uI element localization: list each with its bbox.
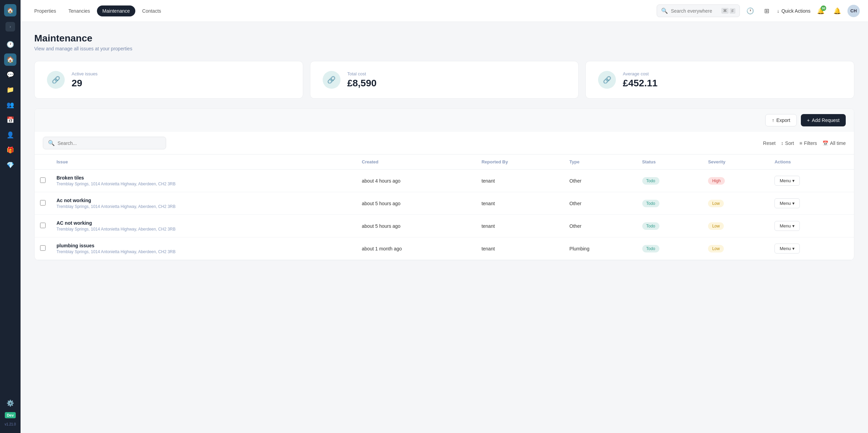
stat-value-active: 29 [72, 78, 98, 89]
global-search[interactable]: 🔍 ⌘ F [657, 4, 740, 17]
row-checkbox[interactable] [40, 223, 46, 228]
export-button[interactable]: ↑ Export [765, 114, 796, 126]
table-search-icon: 🔍 [48, 140, 55, 146]
issue-address: Tremblay Springs, 1014 Antonietta Highwa… [57, 227, 351, 232]
sidebar-logo[interactable]: 🏠 [4, 4, 16, 16]
filters-button[interactable]: ≡ Filters [799, 140, 817, 146]
row-menu-button[interactable]: Menu ▾ [774, 176, 800, 186]
cell-created: about 4 hours ago [356, 170, 476, 192]
sidebar-icon-home[interactable]: 🏠 [4, 53, 16, 66]
add-request-button[interactable]: + Add Request [801, 114, 846, 126]
th-status: Status [637, 154, 703, 170]
nav-tab-tenancies[interactable]: Tenancies [63, 5, 96, 16]
sidebar-icon-chat[interactable]: 💬 [4, 69, 16, 81]
notifications-button[interactable]: 🔔 30 [815, 5, 827, 17]
sort-icon: ↕ [781, 140, 783, 146]
alerts-button[interactable]: 🔔 [831, 5, 843, 17]
nav-tab-maintenance[interactable]: Maintenance [97, 5, 135, 16]
sidebar-icon-folder[interactable]: 📁 [4, 84, 16, 96]
cell-reported-by: tenant [476, 237, 564, 260]
issue-name: Broken tiles [57, 175, 351, 181]
sidebar-icon-diamond[interactable]: 💎 [4, 159, 16, 171]
row-checkbox-cell[interactable] [35, 170, 51, 192]
stat-label-total: Total cost [347, 71, 377, 76]
stat-value-total: £8,590 [347, 78, 377, 89]
cell-created: about 5 hours ago [356, 215, 476, 237]
table-search-box[interactable]: 🔍 [43, 137, 166, 149]
sidebar-toggle[interactable]: › [5, 22, 15, 32]
status-badge: Todo [642, 222, 659, 230]
table-row: Broken tiles Tremblay Springs, 1014 Anto… [35, 170, 854, 192]
row-checkbox-cell[interactable] [35, 215, 51, 237]
severity-badge: Low [708, 200, 724, 207]
avatar[interactable]: CH [847, 5, 860, 17]
stat-value-avg: £452.11 [623, 78, 657, 89]
severity-badge: Low [708, 245, 724, 252]
nav-right: 🔍 ⌘ F 🕐 ⊞ ↓ Quick Actions 🔔 30 🔔 CH [657, 4, 860, 17]
add-request-label: Add Request [812, 117, 840, 123]
add-icon: + [807, 117, 810, 123]
cell-actions[interactable]: Menu ▾ [769, 192, 854, 215]
cell-type: Other [564, 170, 636, 192]
search-shortcut: ⌘ F [721, 8, 735, 14]
issues-table: Issue Created Reported By Type Status Se… [35, 154, 854, 260]
sort-button[interactable]: ↕ Sort [781, 140, 794, 146]
issue-address: Tremblay Springs, 1014 Antonietta Highwa… [57, 182, 351, 186]
sidebar-icon-clock[interactable]: 🕐 [4, 38, 16, 51]
time-label: All time [830, 140, 846, 146]
sidebar-icon-calendar[interactable]: 📅 [4, 114, 16, 126]
stat-label-avg: Average cost [623, 71, 657, 76]
quick-actions-button[interactable]: ↓ Quick Actions [777, 8, 810, 14]
cell-status: Todo [637, 192, 703, 215]
cell-severity: Low [703, 192, 769, 215]
stat-card-total-cost: 🔗 Total cost £8,590 [310, 61, 579, 99]
table-search-input[interactable] [58, 140, 161, 146]
search-icon: 🔍 [661, 8, 668, 14]
nav-tab-contacts[interactable]: Contacts [137, 5, 166, 16]
issue-address: Tremblay Springs, 1014 Antonietta Highwa… [57, 249, 351, 254]
cell-actions[interactable]: Menu ▾ [769, 237, 854, 260]
cell-type: Other [564, 215, 636, 237]
search-input[interactable] [671, 8, 719, 14]
cell-actions[interactable]: Menu ▾ [769, 215, 854, 237]
row-checkbox-cell[interactable] [35, 192, 51, 215]
page-title: Maintenance [34, 33, 854, 44]
sidebar-dev-badge: Dev [5, 412, 16, 418]
sidebar-icon-gift[interactable]: 🎁 [4, 144, 16, 156]
table-row: AC not working Tremblay Springs, 1014 An… [35, 215, 854, 237]
export-label: Export [776, 117, 790, 123]
status-badge: Todo [642, 200, 659, 207]
cell-actions[interactable]: Menu ▾ [769, 170, 854, 192]
severity-badge: High [708, 177, 725, 185]
row-checkbox[interactable] [40, 177, 46, 183]
row-checkbox-cell[interactable] [35, 237, 51, 260]
cell-issue: plumbing issues Tremblay Springs, 1014 A… [51, 237, 356, 260]
cell-created: about 5 hours ago [356, 192, 476, 215]
sidebar-icon-user[interactable]: 👤 [4, 129, 16, 141]
row-menu-button[interactable]: Menu ▾ [774, 198, 800, 208]
table-search-row: 🔍 Reset ↕ Sort ≡ Filters 📅 All t [35, 132, 854, 154]
row-menu-button[interactable]: Menu ▾ [774, 244, 800, 253]
grid-button[interactable]: ⊞ [760, 5, 773, 17]
filters-label: Filters [804, 140, 817, 146]
issue-name: plumbing issues [57, 243, 351, 248]
time-filter-button[interactable]: 📅 All time [822, 140, 846, 146]
stats-row: 🔗 Active issues 29 🔗 Total cost £8,590 🔗… [34, 61, 854, 99]
filter-icon: ≡ [799, 140, 802, 146]
sidebar-icon-settings[interactable]: ⚙️ [4, 397, 16, 409]
chevron-down-icon: ▾ [792, 223, 795, 228]
row-checkbox[interactable] [40, 245, 46, 251]
history-button[interactable]: 🕐 [744, 5, 756, 17]
cell-severity: Low [703, 215, 769, 237]
stat-card-active-issues: 🔗 Active issues 29 [34, 61, 303, 99]
sidebar-icon-people[interactable]: 👥 [4, 99, 16, 111]
reset-button[interactable]: Reset [763, 140, 776, 146]
cell-issue: Broken tiles Tremblay Springs, 1014 Anto… [51, 170, 356, 192]
table-row: plumbing issues Tremblay Springs, 1014 A… [35, 237, 854, 260]
nav-tab-properties[interactable]: Properties [29, 5, 62, 16]
cell-status: Todo [637, 237, 703, 260]
cell-type: Other [564, 192, 636, 215]
row-checkbox[interactable] [40, 200, 46, 206]
row-menu-button[interactable]: Menu ▾ [774, 221, 800, 231]
export-icon: ↑ [772, 117, 774, 123]
